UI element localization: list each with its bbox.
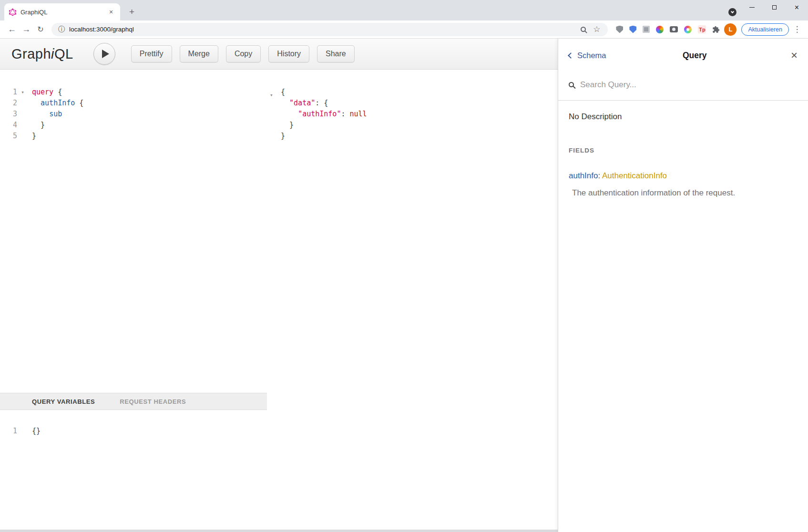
tampermonkey-extension-icon[interactable]: Tp [698, 25, 706, 33]
code-line: { [267, 87, 558, 98]
profile-avatar[interactable]: L [724, 23, 736, 36]
line-number: 1 [0, 426, 17, 437]
prettify-button[interactable]: Prettify [131, 45, 172, 62]
doc-search-row [558, 69, 808, 101]
json-key-token: "authInfo" [298, 110, 341, 118]
tab-title: GraphiQL [20, 9, 102, 16]
code-line[interactable]: 2 authInfo { [0, 98, 267, 109]
json-key-token: "data" [289, 99, 315, 107]
line-number: 1 [0, 87, 17, 98]
line-number: 4 [0, 120, 17, 131]
graphiql-logo: GraphiQL [11, 46, 73, 62]
field-row: authInfo: AuthenticationInfo [569, 171, 798, 181]
horizontal-scrollbar[interactable] [0, 530, 558, 532]
tab-request-headers[interactable]: REQUEST HEADERS [120, 398, 186, 405]
back-icon[interactable]: ← [5, 24, 19, 34]
doc-explorer-title: Query [606, 51, 787, 61]
code-line: } [267, 131, 558, 142]
gray-extension-icon[interactable] [643, 26, 650, 33]
code-line[interactable]: 1 {} [0, 426, 267, 437]
address-bar[interactable]: ⓘ localhost:3000/graphql ☆ [51, 23, 608, 36]
fold-arrow-icon[interactable]: ▾ [17, 87, 28, 98]
code-line[interactable]: 1 ▾ query { [0, 87, 267, 98]
color-wheel-extension-icon[interactable] [684, 26, 692, 33]
code-line: } [267, 120, 558, 131]
keyword-token: query [32, 88, 53, 96]
site-info-icon[interactable]: ⓘ [58, 25, 65, 34]
extensions-row: Tp [616, 25, 720, 33]
field-name-link[interactable]: authInfo [569, 171, 598, 180]
doc-explorer-panel: Schema Query × No Description FIELDS aut… [558, 39, 808, 532]
merge-button[interactable]: Merge [180, 45, 218, 62]
browser-menu-icon[interactable]: ⋮ [791, 24, 803, 34]
graphql-favicon [9, 9, 16, 16]
colorful-extension-icon[interactable] [656, 26, 664, 33]
workspace: 1 ▾ query { 2 authInfo { 3 sub 4 [0, 70, 558, 532]
line-number: 3 [0, 109, 17, 120]
field-description: The authentication information of the re… [572, 188, 798, 198]
window-controls: × [741, 0, 808, 15]
field-token: sub [49, 110, 62, 118]
browser-tab-strip: GraphiQL × + × [0, 0, 808, 20]
share-button[interactable]: Share [317, 45, 355, 62]
new-tab-button[interactable]: + [125, 5, 138, 18]
code-line[interactable]: 5 } [0, 131, 267, 142]
window-close-button[interactable]: × [786, 0, 808, 15]
graphiql-topbar: GraphiQL Prettify Merge Copy History Sha… [0, 39, 558, 70]
doc-back-link[interactable]: Schema [569, 51, 606, 60]
code-line: "authInfo": null [267, 109, 558, 120]
doc-search-input[interactable] [580, 80, 798, 90]
code-line[interactable]: 4 } [0, 120, 267, 131]
no-description-text: No Description [569, 112, 798, 122]
line-number: 5 [0, 131, 17, 142]
field-type-link[interactable]: AuthenticationInfo [602, 171, 667, 180]
browser-navbar: ← → ↻ ⓘ localhost:3000/graphql ☆ Tp L Ak… [0, 20, 808, 39]
query-editor[interactable]: 1 ▾ query { 2 authInfo { 3 sub 4 [0, 70, 267, 393]
doc-explorer-header: Schema Query × [558, 39, 808, 69]
json-null-token: null [350, 110, 367, 118]
screenshot-extension-icon[interactable] [670, 26, 678, 32]
code-line: "data": { [267, 98, 558, 109]
fields-heading: FIELDS [569, 147, 798, 154]
history-button[interactable]: History [268, 45, 309, 62]
result-viewer: ▾ { "data": { "authInfo": null } } [267, 70, 558, 530]
tab-close-icon[interactable]: × [107, 8, 115, 16]
privacy-shield-extension-icon[interactable] [629, 26, 636, 33]
aktualisieren-button[interactable]: Aktualisieren [741, 23, 789, 36]
adblock-extension-icon[interactable] [616, 26, 623, 33]
code-line[interactable]: 3 sub [0, 109, 267, 120]
url-text[interactable]: localhost:3000/graphql [69, 26, 576, 33]
search-icon [569, 82, 574, 87]
tab-search-icon[interactable] [728, 8, 736, 16]
line-number: 2 [0, 98, 17, 109]
tab-query-variables[interactable]: QUERY VARIABLES [32, 398, 95, 405]
reload-icon[interactable]: ↻ [33, 25, 48, 34]
doc-content: No Description FIELDS authInfo: Authenti… [558, 112, 808, 198]
play-icon [102, 50, 109, 58]
fold-arrow-icon[interactable]: ▾ [270, 90, 273, 101]
variables-editor[interactable]: 1 {} [0, 410, 267, 530]
bookmark-star-icon[interactable]: ☆ [593, 25, 600, 33]
zoom-icon[interactable] [581, 27, 586, 32]
execute-query-button[interactable] [93, 43, 115, 65]
chevron-left-icon [568, 52, 574, 59]
graphiql-toolbar: Prettify Merge Copy History Share [131, 45, 355, 62]
window-maximize-button[interactable] [763, 0, 786, 15]
extensions-puzzle-icon[interactable] [712, 26, 720, 33]
variables-header: QUERY VARIABLES REQUEST HEADERS [0, 393, 267, 410]
doc-close-icon[interactable]: × [791, 50, 798, 61]
forward-icon[interactable]: → [19, 24, 33, 34]
copy-button[interactable]: Copy [226, 45, 261, 62]
window-minimize-button[interactable] [741, 0, 763, 15]
browser-tab[interactable]: GraphiQL × [4, 3, 120, 20]
field-token: authInfo [41, 99, 75, 107]
